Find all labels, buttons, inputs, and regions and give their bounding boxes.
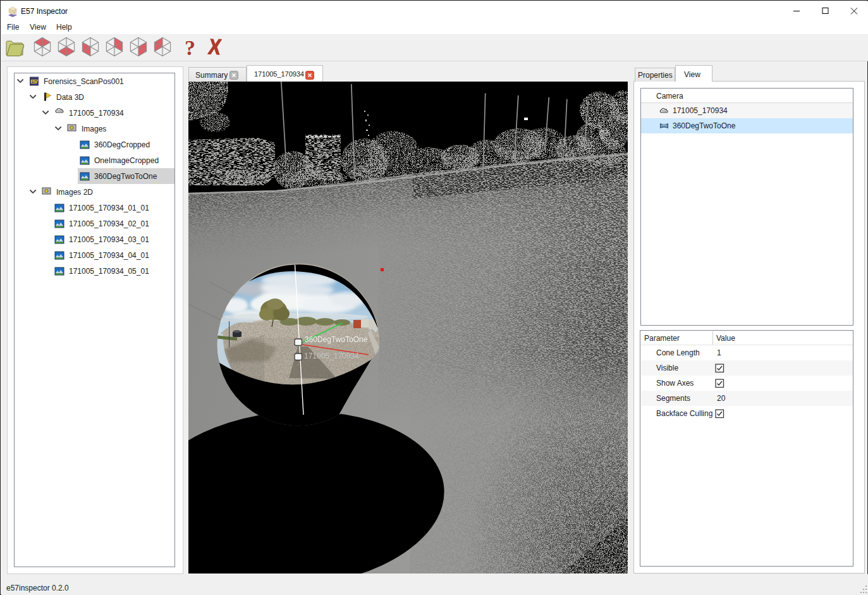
svg-text:Images: Images <box>82 125 106 133</box>
svg-text:171005_170934_03_01: 171005_170934_03_01 <box>69 235 149 244</box>
svg-text:?: ? <box>185 37 195 58</box>
svg-text:360DegTwoToOne: 360DegTwoToOne <box>305 335 368 344</box>
svg-text:171005_170934_05_01: 171005_170934_05_01 <box>69 267 149 276</box>
svg-text:171005_170934_02_01: 171005_170934_02_01 <box>69 219 149 228</box>
svg-text:171005_170934_04_01: 171005_170934_04_01 <box>69 251 149 260</box>
svg-text:360DegTwoToOne: 360DegTwoToOne <box>94 172 157 181</box>
svg-text:360DegCropped: 360DegCropped <box>94 140 150 149</box>
svg-text:171005_170934: 171005_170934 <box>69 109 124 118</box>
svg-text:171005_170934_01_01: 171005_170934_01_01 <box>69 204 149 212</box>
svg-text:Data 3D: Data 3D <box>56 93 84 102</box>
svg-text:E57: E57 <box>30 78 38 85</box>
svg-text:OneImageCropped: OneImageCropped <box>94 156 159 165</box>
svg-text:Images 2D: Images 2D <box>56 188 93 197</box>
svg-text:171005_170934: 171005_170934 <box>304 352 359 360</box>
svg-text:Forensics_ScanPos001: Forensics_ScanPos001 <box>44 77 124 86</box>
